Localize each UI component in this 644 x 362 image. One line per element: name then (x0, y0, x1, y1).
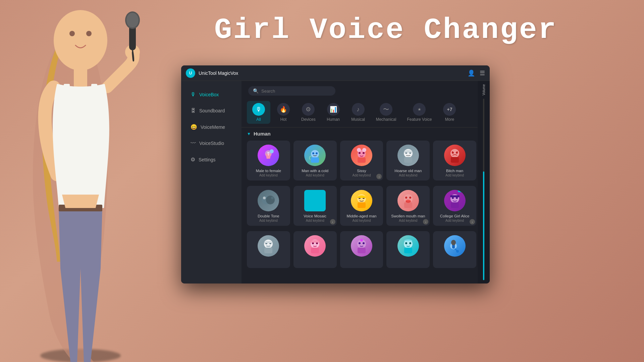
voice-avatar-male-female: ⚧ (258, 145, 279, 166)
voice-card-voice-mosaic[interactable]: ↓ Voice Mosaic Add keybind (293, 186, 337, 226)
svg-rect-60 (358, 248, 366, 253)
card-keybind-man-cold: Add keybind (306, 173, 324, 177)
svg-point-72 (456, 250, 459, 253)
voice-avatar-row3-4 (397, 235, 419, 257)
search-box[interactable]: 🔍 (248, 86, 335, 96)
card-keybind-male-female: Add keybind (259, 173, 278, 177)
volume-track[interactable] (483, 99, 484, 280)
sidebar: 🎙 VoiceBox 🎛 Soundboard 😄 VoiceMeme 〰 Vo… (181, 81, 241, 283)
sidebar-soundboard-label: Soundboard (199, 108, 225, 113)
voice-card-old-man[interactable]: Hoarse old man Add keybind (386, 141, 430, 180)
card-name-old-man: Hoarse old man (394, 169, 422, 173)
sidebar-item-voicestudio[interactable]: 〰 VoiceStudio (184, 136, 239, 150)
voice-card-mid-man[interactable]: Middle-aged man Add keybind (340, 186, 383, 226)
svg-point-15 (311, 150, 319, 158)
download-badge-sissy: ↓ (376, 174, 382, 179)
voicestudio-icon: 〰 (191, 140, 196, 146)
card-keybind-college-girl: Add keybind (445, 219, 464, 222)
sidebar-voicestudio-label: VoiceStudio (199, 141, 224, 146)
voice-avatar-man-cold (304, 145, 326, 166)
svg-point-43 (405, 197, 407, 199)
sidebar-voicememe-label: VoiceMeme (201, 124, 225, 130)
svg-point-70 (451, 240, 456, 245)
menu-icon[interactable]: ☰ (480, 69, 485, 77)
svg-point-23 (362, 148, 366, 152)
svg-point-34 (266, 196, 275, 204)
search-row: 🔍 ⧉ (241, 81, 490, 99)
voice-card-swollen[interactable]: ↓ Swollen mouth man Add keybind (386, 186, 430, 226)
card-keybind-swollen: Add keybind (399, 219, 417, 222)
voice-card-bitch-man[interactable]: Bitch man Add keybind (433, 141, 476, 180)
voice-card-man-cold[interactable]: Man with a cold Add keybind (293, 141, 337, 180)
sidebar-item-settings[interactable]: ⚙ Settings (184, 152, 239, 167)
card-name-college-girl: College Girl Alice (440, 214, 470, 218)
voice-card-sissy[interactable]: ↓ Sissy Add keybind (340, 141, 383, 180)
category-tabs: 🎙 All 🔥 Hot ⚙ Devices 📊 Human ♪ Mus (241, 99, 490, 127)
card-name-sissy: Sissy (357, 169, 366, 173)
voice-card-male-to-female[interactable]: ⚧ Male to female Add keybind (247, 141, 290, 180)
volume-label: Volume (482, 84, 486, 95)
card-keybind-bitch-man: Add keybind (445, 173, 464, 177)
card-keybind-sissy: Add keybind (352, 173, 371, 177)
svg-point-66 (405, 242, 407, 244)
svg-rect-65 (404, 248, 412, 253)
sidebar-item-voicememe[interactable]: 😄 VoiceMeme (184, 120, 239, 134)
svg-rect-52 (264, 248, 272, 253)
voice-card-row3-4[interactable] (386, 231, 430, 268)
svg-rect-42 (404, 202, 412, 208)
tab-devices-label: Devices (301, 117, 316, 122)
voice-avatar-old-man (397, 145, 419, 166)
tab-feature-voice[interactable]: ★ Feature Voice (402, 101, 436, 124)
svg-rect-10 (91, 84, 97, 94)
voice-card-row3-5[interactable] (433, 231, 476, 268)
svg-point-36 (271, 197, 274, 199)
voice-grid-row3 (247, 231, 476, 268)
svg-rect-30 (451, 157, 459, 163)
tab-hot-icon: 🔥 (277, 103, 290, 116)
app-window: U UnicTool MagicVox 👤 ☰ 🎙 VoiceBox 🎛 Sou… (181, 65, 490, 283)
user-icon[interactable]: 👤 (468, 69, 475, 77)
tab-devices-icon: ⚙ (302, 103, 315, 116)
card-name-swollen: Swollen mouth man (391, 214, 425, 218)
svg-point-67 (409, 242, 411, 244)
tab-mechanical[interactable]: 〜 Mechanical (371, 101, 401, 124)
sidebar-settings-label: Settings (199, 157, 216, 162)
voice-avatar-double-tone (258, 190, 279, 211)
tab-human[interactable]: 📊 Human (322, 101, 345, 124)
sidebar-item-soundboard[interactable]: 🎛 Soundboard (184, 104, 239, 118)
voice-card-row3-1[interactable] (247, 231, 290, 268)
sidebar-item-voicebox[interactable]: 🎙 VoiceBox (184, 88, 239, 102)
svg-point-1 (54, 10, 107, 70)
svg-point-18 (316, 152, 318, 154)
svg-point-62 (363, 242, 365, 244)
tab-hot[interactable]: 🔥 Hot (272, 101, 295, 124)
voice-card-double-tone[interactable]: Double Tone Add keybind (247, 186, 290, 226)
svg-point-51 (264, 240, 273, 248)
section-label: Human (254, 131, 271, 137)
new-badge-college-girl: NEW (458, 190, 466, 192)
search-input[interactable] (261, 89, 331, 94)
woman-figure-area (0, 0, 174, 362)
voice-card-college-girl[interactable]: NEW ↓ College Girl Alice Add keybind (433, 186, 476, 226)
voice-grid-container[interactable]: ▼ Human ⚧ (241, 127, 490, 283)
tab-all[interactable]: 🎙 All (247, 101, 270, 124)
svg-rect-47 (451, 202, 459, 208)
voice-avatar-row3-5 (444, 235, 466, 257)
tab-all-icon: 🎙 (252, 103, 265, 116)
voice-avatar-swollen (397, 190, 419, 211)
app-icon: U (186, 68, 195, 78)
voice-card-row3-3[interactable] (340, 231, 383, 268)
voice-avatar-sissy (351, 145, 372, 166)
voice-card-row3-2[interactable] (293, 231, 337, 268)
voice-avatar-voice-mosaic (304, 190, 326, 211)
svg-rect-16 (311, 157, 319, 163)
voice-grid-row2: Double Tone Add keybind ↓ Voice Mosaic (247, 186, 476, 226)
svg-point-61 (359, 242, 361, 244)
card-keybind-double-tone: Add keybind (259, 219, 278, 222)
tab-human-icon: 📊 (327, 103, 340, 116)
svg-point-63 (360, 239, 363, 242)
tab-more[interactable]: +7 More (438, 101, 461, 124)
svg-rect-20 (358, 157, 366, 163)
tab-devices[interactable]: ⚙ Devices (297, 101, 320, 124)
tab-musical[interactable]: ♪ Musical (346, 101, 370, 124)
